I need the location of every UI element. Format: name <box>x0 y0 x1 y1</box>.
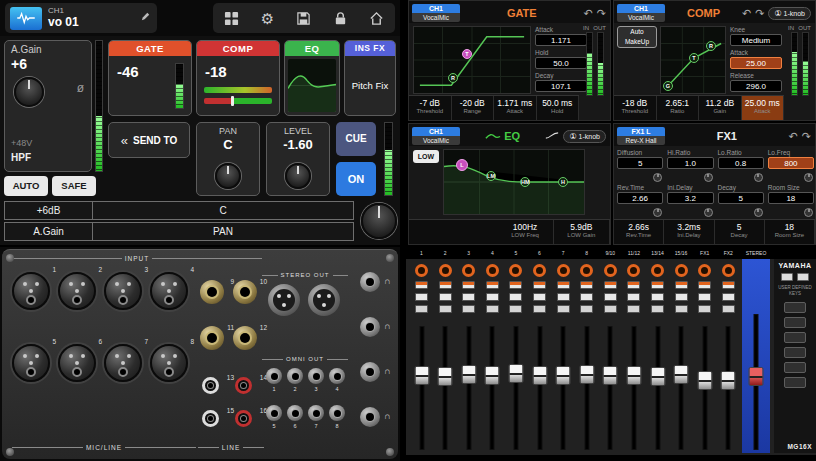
param-field[interactable]: Release296.0 <box>730 72 782 92</box>
encoder-pan-value[interactable]: C <box>93 202 353 219</box>
param-knob[interactable] <box>653 208 662 217</box>
highmid-band-handle[interactable]: HM <box>520 177 530 187</box>
in-meter-label: IN <box>583 25 589 31</box>
encoder-param[interactable]: 5.9dBLOW Gain <box>554 220 610 244</box>
fx-tab[interactable]: FX1 L Rev-X Hall <box>617 127 665 145</box>
param-field[interactable]: Decay107.1 <box>535 72 587 92</box>
level-knob[interactable] <box>285 163 311 189</box>
channel-tab[interactable]: CH1 VocalMic <box>617 4 665 22</box>
encoder-param[interactable]: -7 dBThreshold <box>409 96 452 120</box>
fx-param[interactable]: Ini.Delay3.2 <box>667 184 713 217</box>
shelf-type-icon[interactable] <box>545 131 559 142</box>
undo-icon[interactable]: ↶ <box>789 131 798 142</box>
threshold-handle[interactable]: T <box>462 49 472 59</box>
safe-button[interactable]: SAFE <box>52 176 96 196</box>
phase-icon[interactable]: ø <box>77 81 84 95</box>
encoder-param[interactable]: 100HzLOW Freq <box>497 220 553 244</box>
param-knob[interactable] <box>804 173 813 182</box>
send-to-button[interactable]: « SEND TO <box>108 122 190 158</box>
high-band-handle[interactable]: H <box>558 177 568 187</box>
fx-param[interactable]: Rev.Time2.66 <box>617 184 663 217</box>
comp-section[interactable]: COMP -18 <box>196 40 280 116</box>
comp-graph[interactable]: T R G <box>660 26 726 94</box>
encoder-param[interactable]: 18Room Size <box>765 220 815 244</box>
gain-section[interactable]: A.Gain +6 ø +48V HPF <box>4 40 92 172</box>
cue-button[interactable]: CUE <box>336 122 376 156</box>
encoder-param[interactable]: 1.171 msAttack <box>494 96 537 120</box>
eq-section[interactable]: EQ <box>284 40 340 116</box>
range-handle[interactable]: R <box>448 73 458 83</box>
param-field[interactable]: Hold50.0 <box>535 49 587 69</box>
encoder-param[interactable]: 50.0 msHold <box>537 96 580 120</box>
encoder-param[interactable]: 5Decay <box>715 220 765 244</box>
param-value: -20 dB <box>452 98 494 108</box>
param-field[interactable]: KneeMedium <box>730 26 782 46</box>
one-knob-toggle[interactable]: ① 1-knob <box>768 7 811 20</box>
eq-graph[interactable]: L LM HM H <box>443 149 585 215</box>
insert-fx-header[interactable]: INS FX <box>345 41 395 56</box>
encoder-gain-value[interactable]: +6dB <box>5 202 93 219</box>
channel-tab[interactable]: CH1 vo 01 <box>5 3 157 33</box>
fx-param[interactable]: Decay5 <box>718 184 764 217</box>
undo-icon[interactable]: ↶ <box>584 8 593 19</box>
auto-makeup-button[interactable]: Auto MakeUp <box>617 26 657 48</box>
param-field[interactable]: Attack1.171 <box>535 26 587 46</box>
ratio-handle[interactable]: R <box>706 41 716 51</box>
redo-icon[interactable]: ↷ <box>802 131 811 142</box>
comp-header[interactable]: COMP <box>197 41 279 56</box>
gain-handle[interactable]: G <box>663 81 673 91</box>
channel-tab[interactable]: CH1 VocalMic <box>412 4 460 22</box>
encoder-param[interactable]: -20 dBRange <box>452 96 495 120</box>
fx-param[interactable]: Diffusion5 <box>617 149 663 182</box>
one-knob-toggle[interactable]: ① 1-knob <box>563 130 606 143</box>
encoder-param[interactable]: -18 dBThreshold <box>614 96 657 120</box>
low-band-handle[interactable]: L <box>456 159 468 171</box>
param-knob[interactable] <box>704 173 713 182</box>
low-band-button[interactable]: LOW <box>413 150 439 163</box>
lowmid-band-handle[interactable]: LM <box>486 171 496 181</box>
param-knob[interactable] <box>704 208 713 217</box>
fx-param[interactable]: Hi.Ratio1.0 <box>667 149 713 182</box>
touch-and-turn-knob[interactable] <box>361 203 397 239</box>
encoder-param[interactable]: 25.00 msAttack <box>742 96 785 120</box>
level-section[interactable]: LEVEL -1.60 <box>266 122 330 196</box>
gain-knob[interactable] <box>14 77 44 107</box>
fx-param[interactable]: Room Size18 <box>768 184 814 217</box>
param-knob[interactable] <box>804 208 813 217</box>
fx-param[interactable]: Lo.Ratio0.8 <box>718 149 764 182</box>
lock-icon[interactable] <box>332 10 349 27</box>
comp-slider[interactable] <box>204 98 272 104</box>
line-input-jack: 9 <box>200 278 234 308</box>
save-icon[interactable] <box>295 10 312 27</box>
param-field[interactable]: Attack25.00 <box>730 49 782 69</box>
pan-section[interactable]: PAN C <box>196 122 260 196</box>
encoder-param[interactable]: 2.66sRev.Time <box>614 220 664 244</box>
eq-header[interactable]: EQ <box>285 41 339 56</box>
out-meter-label: OUT <box>593 25 606 31</box>
gate-graph[interactable]: T R <box>413 26 531 94</box>
pan-knob[interactable] <box>215 163 241 189</box>
hpf-label[interactable]: HPF <box>11 152 31 163</box>
settings-gear-icon[interactable]: ⚙ <box>259 10 276 27</box>
gate-header[interactable]: GATE <box>109 41 191 56</box>
gate-section[interactable]: GATE -46 <box>108 40 192 116</box>
threshold-handle[interactable]: T <box>689 53 699 63</box>
param-knob[interactable] <box>754 208 763 217</box>
insert-fx-section[interactable]: INS FX Pitch Fix <box>344 40 396 116</box>
param-knob[interactable] <box>754 173 763 182</box>
grid-view-icon[interactable] <box>223 10 240 27</box>
channel-tab[interactable]: CH1 VocalMic <box>412 127 460 145</box>
undo-icon[interactable]: ↶ <box>742 8 751 19</box>
encoder-param[interactable]: 3.2msIni.Delay <box>664 220 714 244</box>
auto-button[interactable]: AUTO <box>4 176 48 196</box>
encoder-param[interactable]: 11.2 dBGain <box>699 96 742 120</box>
edit-pencil-icon[interactable] <box>140 8 151 19</box>
encoder-param[interactable]: 2.65:1Ratio <box>657 96 700 120</box>
redo-icon[interactable]: ↷ <box>755 8 764 19</box>
phantom-power-label[interactable]: +48V <box>11 138 32 148</box>
fx-param[interactable]: Lo.Freq800 <box>768 149 814 182</box>
param-knob[interactable] <box>653 173 662 182</box>
on-button[interactable]: ON <box>336 162 376 196</box>
redo-icon[interactable]: ↷ <box>597 8 606 19</box>
home-icon[interactable] <box>368 10 385 27</box>
